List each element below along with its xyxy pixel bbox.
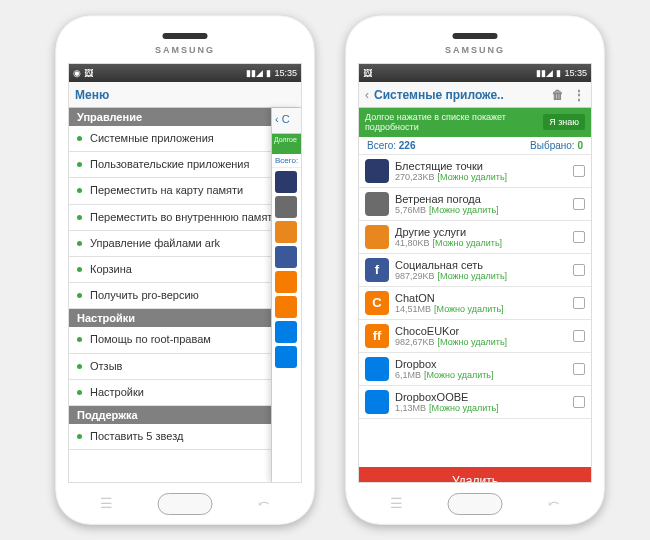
phone-frame-right: SAMSUNG 🖼 ▮▮◢ ▮ 15:35 ‹ Системные прилож… — [345, 15, 605, 525]
app-checkbox[interactable] — [573, 363, 585, 375]
bullet-icon — [77, 215, 82, 220]
menu-item[interactable]: Системные приложения› — [69, 126, 301, 152]
app-name: Социальная сеть — [395, 259, 573, 271]
app-size: 5,76MB — [395, 205, 426, 215]
battery-icon: ▮ — [266, 68, 271, 78]
menu-softkey-icon[interactable]: ☰ — [100, 495, 113, 511]
picture-icon: 🖼 — [84, 68, 93, 78]
back-softkey-icon[interactable]: ⤺ — [258, 495, 270, 511]
section-header: Управление — [69, 108, 301, 126]
title-bar: Меню — [69, 82, 301, 108]
app-size: 1,13MB — [395, 403, 426, 413]
count-bar: Всего: 226 Выбрано: 0 — [359, 137, 591, 155]
menu-item[interactable]: Получить pro-версию› — [69, 283, 301, 309]
menu-scroll[interactable]: УправлениеСистемные приложения›Пользоват… — [69, 108, 301, 450]
app-row[interactable]: Другие услуги41,80KB[Можно удалить] — [359, 221, 591, 254]
app-checkbox[interactable] — [573, 264, 585, 276]
menu-item[interactable]: Пользовательские приложения› — [69, 152, 301, 178]
app-icon: ff — [365, 324, 389, 348]
menu-softkey-icon[interactable]: ☰ — [390, 495, 403, 511]
app-size: 14,51MB — [395, 304, 431, 314]
app-checkbox[interactable] — [573, 231, 585, 243]
app-checkbox[interactable] — [573, 396, 585, 408]
app-icon — [365, 159, 389, 183]
menu-item[interactable]: Переместить во внутреннюю память› — [69, 205, 301, 231]
trash-icon[interactable]: 🗑 — [552, 88, 564, 102]
app-name: ChatON — [395, 292, 573, 304]
bullet-icon — [77, 293, 82, 298]
app-icon — [365, 357, 389, 381]
status-bar: 🖼 ▮▮◢ ▮ 15:35 — [359, 64, 591, 82]
bullet-icon — [77, 136, 82, 141]
app-icon — [365, 225, 389, 249]
brand-label: SAMSUNG — [155, 45, 215, 55]
app-list[interactable]: Блестящие точки270,23KB[Можно удалить]Ве… — [359, 155, 591, 467]
app-status: [Можно удалить] — [438, 172, 508, 182]
underlay-fragment: ‹ С Долгое Всего: — [271, 108, 301, 482]
menu-item[interactable]: Переместить на карту памяти› — [69, 178, 301, 204]
app-checkbox[interactable] — [573, 165, 585, 177]
app-icon — [275, 321, 297, 343]
app-name: ChocoEUKor — [395, 325, 573, 337]
menu-item-label: Пользовательские приложения — [90, 158, 289, 171]
bullet-icon — [77, 364, 82, 369]
section-header: Настройки — [69, 309, 301, 327]
app-row[interactable]: ffChocoEUKor982,67KB[Можно удалить] — [359, 320, 591, 353]
menu-item-label: Управление файлами ark — [90, 237, 289, 250]
app-checkbox[interactable] — [573, 198, 585, 210]
status-bar: ◉ 🖼 ▮▮◢ ▮ 15:35 — [69, 64, 301, 82]
battery-icon: ▮ — [556, 68, 561, 78]
menu-item-label: Отзыв — [90, 360, 289, 373]
menu-item[interactable]: Настройки› — [69, 380, 301, 406]
back-icon[interactable]: ‹ — [365, 88, 369, 102]
app-row[interactable]: Dropbox6,1MB[Можно удалить] — [359, 353, 591, 386]
overflow-icon[interactable]: ⋮ — [573, 88, 585, 102]
menu-item-label: Настройки — [90, 386, 289, 399]
screen-right: 🖼 ▮▮◢ ▮ 15:35 ‹ Системные приложе.. 🗑 ⋮ … — [358, 63, 592, 483]
menu-item[interactable]: Корзина› — [69, 257, 301, 283]
hint-dismiss-button[interactable]: Я знаю — [543, 114, 585, 130]
app-icon — [275, 221, 297, 243]
section-header: Поддержка — [69, 406, 301, 424]
signal-icon: ▮▮◢ — [536, 68, 553, 78]
app-icon — [275, 171, 297, 193]
app-row[interactable]: DropboxOOBE1,13MB[Можно удалить] — [359, 386, 591, 419]
app-status: [Можно удалить] — [424, 370, 494, 380]
app-status: [Можно удалить] — [434, 304, 504, 314]
app-size: 6,1MB — [395, 370, 421, 380]
app-row[interactable]: CChatON14,51MB[Можно удалить] — [359, 287, 591, 320]
screen-left: ◉ 🖼 ▮▮◢ ▮ 15:35 Меню УправлениеСистемные… — [68, 63, 302, 483]
menu-item[interactable]: Поставить 5 звезд› — [69, 424, 301, 450]
menu-item[interactable]: Управление файлами ark› — [69, 231, 301, 257]
app-name: Ветреная погода — [395, 193, 573, 205]
home-button[interactable] — [448, 493, 503, 515]
app-row[interactable]: fСоциальная сеть987,29KB[Можно удалить] — [359, 254, 591, 287]
app-status: [Можно удалить] — [438, 337, 508, 347]
app-size: 41,80KB — [395, 238, 430, 248]
menu-item-label: Переместить во внутреннюю память — [90, 211, 289, 224]
app-name: DropboxOOBE — [395, 391, 573, 403]
bullet-icon — [77, 162, 82, 167]
menu-item-label: Переместить на карту памяти — [90, 184, 289, 197]
app-icon — [275, 346, 297, 368]
menu-item[interactable]: Отзыв› — [69, 354, 301, 380]
clock: 15:35 — [274, 68, 297, 78]
delete-button[interactable]: Удалить — [359, 467, 591, 483]
app-icon — [365, 192, 389, 216]
app-checkbox[interactable] — [573, 297, 585, 309]
signal-icon: ▮▮◢ — [246, 68, 263, 78]
app-row[interactable]: Ветреная погода5,76MB[Можно удалить] — [359, 188, 591, 221]
menu-item[interactable]: Помощь по root-правам› — [69, 327, 301, 353]
app-icon: C — [365, 291, 389, 315]
picture-icon: 🖼 — [363, 68, 372, 78]
selected-value: 0 — [577, 140, 583, 151]
app-row[interactable]: Блестящие точки270,23KB[Можно удалить] — [359, 155, 591, 188]
clock: 15:35 — [564, 68, 587, 78]
app-icon: f — [365, 258, 389, 282]
app-checkbox[interactable] — [573, 330, 585, 342]
home-button[interactable] — [158, 493, 213, 515]
phone-frame-left: SAMSUNG ◉ 🖼 ▮▮◢ ▮ 15:35 Меню УправлениеС… — [55, 15, 315, 525]
total-value: 226 — [399, 140, 416, 151]
app-size: 987,29KB — [395, 271, 435, 281]
menu-item-label: Получить pro-версию — [90, 289, 289, 302]
